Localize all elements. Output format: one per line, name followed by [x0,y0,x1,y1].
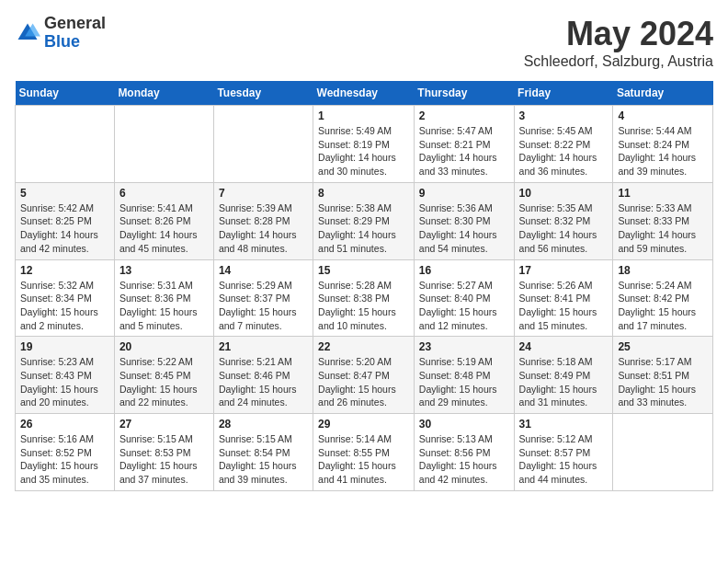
calendar-table: SundayMondayTuesdayWednesdayThursdayFrid… [15,81,713,491]
day-number: 1 [318,109,409,122]
calendar-cell: 18Sunrise: 5:24 AM Sunset: 8:42 PM Dayli… [613,259,713,337]
day-info: Sunrise: 5:16 AM Sunset: 8:52 PM Dayligh… [20,432,109,487]
calendar-cell: 6Sunrise: 5:41 AM Sunset: 8:26 PM Daylig… [114,182,213,259]
page-title: May 2024 [524,15,713,53]
calendar-cell: 5Sunrise: 5:42 AM Sunset: 8:25 PM Daylig… [16,182,115,259]
calendar-cell: 13Sunrise: 5:31 AM Sunset: 8:36 PM Dayli… [114,259,213,337]
column-header-monday: Monday [114,81,213,106]
day-number: 2 [419,109,509,122]
calendar-cell: 2Sunrise: 5:47 AM Sunset: 8:21 PM Daylig… [414,106,514,183]
day-number: 26 [20,418,109,431]
day-number: 15 [318,264,409,277]
day-number: 13 [119,264,209,277]
week-row-4: 19Sunrise: 5:23 AM Sunset: 8:43 PM Dayli… [16,337,713,414]
calendar-cell: 19Sunrise: 5:23 AM Sunset: 8:43 PM Dayli… [16,337,115,414]
day-info: Sunrise: 5:49 AM Sunset: 8:19 PM Dayligh… [318,124,409,178]
day-info: Sunrise: 5:27 AM Sunset: 8:40 PM Dayligh… [419,279,509,333]
calendar-cell [213,106,313,183]
day-info: Sunrise: 5:28 AM Sunset: 8:38 PM Dayligh… [318,279,409,333]
day-info: Sunrise: 5:23 AM Sunset: 8:43 PM Dayligh… [20,355,109,409]
day-info: Sunrise: 5:13 AM Sunset: 8:56 PM Dayligh… [419,432,509,487]
calendar-header-row: SundayMondayTuesdayWednesdayThursdayFrid… [16,81,713,106]
day-number: 6 [119,187,209,200]
day-info: Sunrise: 5:29 AM Sunset: 8:37 PM Dayligh… [219,279,308,333]
page-header: General Blue May 2024 Schleedorf, Salzbu… [15,15,713,70]
calendar-cell: 7Sunrise: 5:39 AM Sunset: 8:28 PM Daylig… [213,182,313,259]
day-info: Sunrise: 5:31 AM Sunset: 8:36 PM Dayligh… [119,279,209,333]
logo-blue-text: Blue [44,33,106,52]
day-info: Sunrise: 5:42 AM Sunset: 8:25 PM Dayligh… [20,201,109,256]
calendar-cell: 3Sunrise: 5:45 AM Sunset: 8:22 PM Daylig… [514,106,613,183]
calendar-cell: 31Sunrise: 5:12 AM Sunset: 8:57 PM Dayli… [514,414,613,491]
title-block: May 2024 Schleedorf, Salzburg, Austria [524,15,713,70]
logo: General Blue [15,15,106,52]
calendar-cell: 27Sunrise: 5:15 AM Sunset: 8:53 PM Dayli… [114,414,213,491]
column-header-thursday: Thursday [414,81,514,106]
day-number: 22 [318,340,409,353]
calendar-cell [114,106,213,183]
calendar-cell: 23Sunrise: 5:19 AM Sunset: 8:48 PM Dayli… [414,337,514,414]
day-info: Sunrise: 5:32 AM Sunset: 8:34 PM Dayligh… [20,279,109,333]
day-number: 25 [618,340,708,353]
week-row-5: 26Sunrise: 5:16 AM Sunset: 8:52 PM Dayli… [16,414,713,491]
day-info: Sunrise: 5:44 AM Sunset: 8:24 PM Dayligh… [618,124,708,178]
day-info: Sunrise: 5:38 AM Sunset: 8:29 PM Dayligh… [318,201,409,256]
calendar-cell: 4Sunrise: 5:44 AM Sunset: 8:24 PM Daylig… [613,106,713,183]
logo-icon [15,20,40,46]
day-info: Sunrise: 5:35 AM Sunset: 8:32 PM Dayligh… [519,201,609,256]
calendar-cell: 25Sunrise: 5:17 AM Sunset: 8:51 PM Dayli… [613,337,713,414]
calendar-cell: 8Sunrise: 5:38 AM Sunset: 8:29 PM Daylig… [313,182,415,259]
calendar-cell: 29Sunrise: 5:14 AM Sunset: 8:55 PM Dayli… [313,414,415,491]
calendar-cell: 21Sunrise: 5:21 AM Sunset: 8:46 PM Dayli… [213,337,313,414]
day-info: Sunrise: 5:19 AM Sunset: 8:48 PM Dayligh… [419,355,509,409]
week-row-1: 1Sunrise: 5:49 AM Sunset: 8:19 PM Daylig… [16,106,713,183]
day-info: Sunrise: 5:20 AM Sunset: 8:47 PM Dayligh… [318,355,409,409]
calendar-cell: 26Sunrise: 5:16 AM Sunset: 8:52 PM Dayli… [16,414,115,491]
day-number: 3 [519,109,609,122]
day-number: 29 [318,418,409,431]
day-number: 24 [519,340,609,353]
day-info: Sunrise: 5:12 AM Sunset: 8:57 PM Dayligh… [519,432,609,487]
day-number: 17 [519,264,609,277]
logo-general-text: General [44,15,106,33]
calendar-cell: 11Sunrise: 5:33 AM Sunset: 8:33 PM Dayli… [613,182,713,259]
day-number: 28 [219,418,308,431]
day-info: Sunrise: 5:39 AM Sunset: 8:28 PM Dayligh… [219,201,308,256]
day-number: 23 [419,340,509,353]
day-info: Sunrise: 5:36 AM Sunset: 8:30 PM Dayligh… [419,201,509,256]
calendar-cell: 10Sunrise: 5:35 AM Sunset: 8:32 PM Dayli… [514,182,613,259]
day-info: Sunrise: 5:21 AM Sunset: 8:46 PM Dayligh… [219,355,308,409]
day-info: Sunrise: 5:33 AM Sunset: 8:33 PM Dayligh… [618,201,708,256]
day-number: 7 [219,187,308,200]
calendar-cell: 17Sunrise: 5:26 AM Sunset: 8:41 PM Dayli… [514,259,613,337]
day-info: Sunrise: 5:22 AM Sunset: 8:45 PM Dayligh… [119,355,209,409]
day-number: 4 [618,109,708,122]
day-number: 14 [219,264,308,277]
column-header-wednesday: Wednesday [313,81,415,106]
week-row-3: 12Sunrise: 5:32 AM Sunset: 8:34 PM Dayli… [16,259,713,337]
day-info: Sunrise: 5:41 AM Sunset: 8:26 PM Dayligh… [119,201,209,256]
calendar-cell: 12Sunrise: 5:32 AM Sunset: 8:34 PM Dayli… [16,259,115,337]
day-number: 5 [20,187,109,200]
calendar-cell: 14Sunrise: 5:29 AM Sunset: 8:37 PM Dayli… [213,259,313,337]
day-number: 8 [318,187,409,200]
day-info: Sunrise: 5:15 AM Sunset: 8:54 PM Dayligh… [219,432,308,487]
calendar-cell: 28Sunrise: 5:15 AM Sunset: 8:54 PM Dayli… [213,414,313,491]
day-number: 10 [519,187,609,200]
day-info: Sunrise: 5:17 AM Sunset: 8:51 PM Dayligh… [618,355,708,409]
day-number: 18 [618,264,708,277]
calendar-cell: 15Sunrise: 5:28 AM Sunset: 8:38 PM Dayli… [313,259,415,337]
calendar-cell: 20Sunrise: 5:22 AM Sunset: 8:45 PM Dayli… [114,337,213,414]
calendar-cell: 30Sunrise: 5:13 AM Sunset: 8:56 PM Dayli… [414,414,514,491]
calendar-cell [16,106,115,183]
day-info: Sunrise: 5:45 AM Sunset: 8:22 PM Dayligh… [519,124,609,178]
calendar-cell: 9Sunrise: 5:36 AM Sunset: 8:30 PM Daylig… [414,182,514,259]
day-number: 20 [119,340,209,353]
day-info: Sunrise: 5:26 AM Sunset: 8:41 PM Dayligh… [519,279,609,333]
column-header-saturday: Saturday [613,81,713,106]
day-number: 11 [618,187,708,200]
week-row-2: 5Sunrise: 5:42 AM Sunset: 8:25 PM Daylig… [16,182,713,259]
calendar-cell: 1Sunrise: 5:49 AM Sunset: 8:19 PM Daylig… [313,106,415,183]
day-number: 27 [119,418,209,431]
column-header-friday: Friday [514,81,613,106]
